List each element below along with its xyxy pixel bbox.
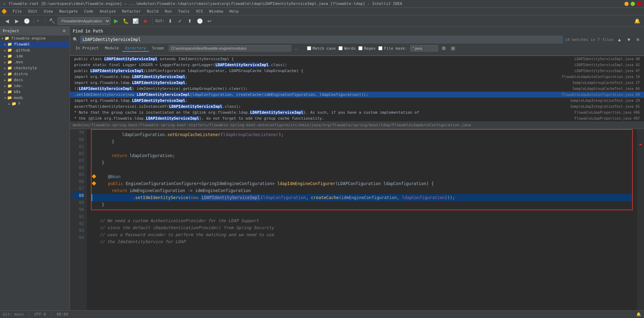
close-button[interactable] [637,2,641,6]
project-settings-button[interactable]: ⚙ [61,28,67,34]
result-item-1[interactable]: private static final Logger LOGGER = Log… [70,62,644,68]
results-list: public class LDAPIdentityServiceImpl ext… [70,56,644,121]
recent-files-button[interactable]: 🕐 [22,17,31,25]
menu-tools[interactable]: Tools [175,8,192,14]
result-item-4[interactable]: import org.flowable.ldap.LDAPIdentitySer… [70,80,644,86]
debug-button[interactable]: 🐛 [122,17,130,25]
result-suffix-7: ; [185,98,188,103]
menu-analyze[interactable]: Analyze [97,8,119,14]
tree-distro-label: distro [14,72,28,76]
result-item-10[interactable]: * the {@link org.flowable.ldap.LDAPIdent… [70,115,644,121]
line-num-83: 83 [73,157,84,164]
menu-code[interactable]: Code [81,8,96,14]
result-text-10: * the {@link org.flowable.ldap.LDAPIdent… [74,116,570,121]
tree-item-ide[interactable]: ▶ 📁 .ide [0,53,70,59]
stop-button[interactable]: ■ [141,17,150,25]
tree-item-mods[interactable]: ▼ 📂 mods [0,95,70,101]
git-commit-button[interactable]: ✓ [176,17,184,25]
git-update-button[interactable]: ⬇ [166,17,174,25]
find-close-button[interactable]: ✕ [635,36,641,43]
tree-ide-label: .ide [14,54,23,58]
menu-view[interactable]: View [41,8,56,14]
minimize-button[interactable] [624,2,629,6]
tree-root[interactable]: ▼ 📁 flowable-engine [0,35,70,41]
find-expand-button[interactable]: ⊞ [450,45,457,52]
code-text-91: // We need a custom AuthenticationProvid… [90,217,259,224]
build-button[interactable]: 🔨 [48,17,56,25]
find-regex-checkbox[interactable] [358,46,363,50]
result-item-2[interactable]: public LDAPIdentityServiceImpl(LDAPConfi… [70,68,644,74]
result-item-3[interactable]: import org.flowable.ldap.LDAPIdentitySer… [70,74,644,80]
tree-item-docs[interactable]: ▶ 📁 docs [0,77,70,83]
notifications-button[interactable]: 🔔 [633,17,641,25]
find-prev-button[interactable]: ▲ [616,36,623,43]
run-button[interactable]: ▶ [112,17,120,25]
tree-item-ide2[interactable]: ▶ 📁 ide- [0,83,70,89]
tree-item-k8s[interactable]: ▶ 📁 k8s [0,89,70,95]
title-bar-controls[interactable] [624,2,641,6]
menu-vcs[interactable]: VCS [193,8,206,14]
tree-item-f[interactable]: ▶ 📁 f [0,101,70,107]
result-highlight-5: LDAPIdentityServiceImpl [79,86,132,91]
find-search-input[interactable] [80,36,563,43]
menu-edit[interactable]: Edit [26,8,41,14]
tree-item-flowable[interactable]: ▶ 📁 flowabl [0,41,70,47]
tree-item-mvn[interactable]: ▶ 📁 .mvn [0,59,70,65]
find-in-path-panel: Find in Path 🔍 14 matches in 7 files ▲ ▼… [70,27,644,56]
code-text-80: } [92,138,114,145]
find-tab-module[interactable]: Module [102,45,122,52]
back-button[interactable]: ◀ [3,17,11,25]
result-item-9[interactable]: * Note that the group cache is instantia… [70,109,644,115]
menu-build[interactable]: Build [144,8,161,14]
tree-github-label: .github [14,48,30,52]
tree-distro-arrow: ▶ [4,72,6,76]
toolbar-project: ⚡ [37,19,42,23]
find-next-button[interactable]: ▼ [625,36,632,43]
find-match-case-checkbox[interactable] [307,46,311,50]
main-layout: Project ⚙ ▼ 📁 flowable-engine ▶ 📁 flowab… [0,27,644,318]
result-text-9: * Note that the group cache is instantia… [74,110,570,115]
menu-window[interactable]: Window [206,8,226,14]
tree-item-distro[interactable]: ▶ 📁 distro [0,71,70,77]
find-words-checkbox[interactable] [338,46,343,50]
result-item-7[interactable]: import org.flowable.ldap.LDAPIdentitySer… [70,98,644,104]
find-match-case-option[interactable]: Match case [307,46,336,51]
result-prefix-6: .setIdmIdentityService(new [74,92,137,97]
result-prefix-5: (( [74,86,79,91]
tree-item-check[interactable]: ▶ 📁 checkstyle [0,65,70,71]
menu-run[interactable]: Run [162,8,174,14]
find-filemask-checkbox[interactable] [378,46,382,50]
tree-root-label: flowable-engine [11,36,45,41]
find-path-input[interactable] [169,45,291,51]
result-suffix-5: ) idmIdentityService).getLdapGroupCache(… [132,86,248,91]
git-history-button[interactable]: 🕐 [195,17,204,25]
result-item-0[interactable]: public class LDAPIdentityServiceImpl ext… [70,56,644,62]
menu-refactor[interactable]: Refactor [119,8,143,14]
git-revert-button[interactable]: ↩ [205,17,214,25]
run-coverage-button[interactable]: 📊 [131,17,140,25]
result-item-8[interactable]: assertThat(identityService).isInstanceOf… [70,104,644,109]
result-highlight-3: LDAPIdentityServiceImpl [132,75,185,79]
find-tab-in-project[interactable]: In Project [73,45,101,52]
line-num-80: 80 [73,136,84,143]
menu-file[interactable]: File [10,8,25,14]
menu-help[interactable]: Help [227,8,242,14]
tree-item-github[interactable]: ▶ 📁 .github [0,47,70,53]
find-filemask-option[interactable]: File mask: [378,46,407,51]
forward-button[interactable]: ▶ [13,17,21,25]
find-filter-button[interactable]: ⚙ [440,45,448,52]
find-browse-button[interactable]: ... [293,45,299,51]
menu-navigate[interactable]: Navigate [57,8,81,14]
find-tab-scope[interactable]: Scope [150,45,167,52]
result-suffix-4: ; [185,80,188,85]
find-words-option[interactable]: Words [338,46,356,51]
find-filemask-input[interactable] [410,45,438,51]
maximize-button[interactable] [631,2,635,6]
find-tab-directory[interactable]: Directory [122,45,149,52]
result-item-5[interactable]: ((LDAPIdentityServiceImpl) idmIdentitySe… [70,86,644,92]
find-regex-option[interactable]: Regex [358,46,375,51]
git-push-button[interactable]: ⬆ [186,17,194,25]
result-item-6[interactable]: .setIdmIdentityService(new LDAPIdentityS… [70,92,644,98]
code-content[interactable]: ldapConfiguration.setGroupCacheListener(… [87,129,637,318]
run-config-select[interactable]: FlowableIdmApplication [58,17,110,25]
